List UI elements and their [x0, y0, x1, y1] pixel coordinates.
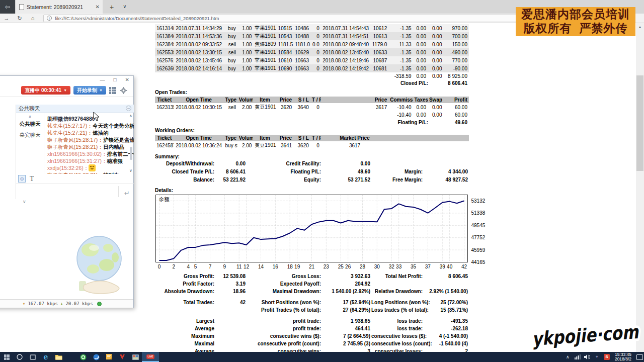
- table-cell: 1613846: [155, 32, 174, 40]
- hidden-icons-chevron-icon[interactable]: ∧: [565, 354, 571, 359]
- table-cell: Market Price: [321, 135, 388, 141]
- input-indicator-icon[interactable]: +: [594, 354, 600, 359]
- browser-tab[interactable]: Statement: 2089020921 ✕: [16, 0, 103, 14]
- tab-preview-back-icon[interactable]: ⇦: [0, 0, 15, 14]
- start-record-button[interactable]: 开始录制▼: [73, 86, 106, 95]
- open-totals-row: -10.400.000.0060.00: [155, 111, 469, 118]
- page-scrollbar[interactable]: ▲: [636, 23, 644, 352]
- message-text: 特别牛: [103, 172, 119, 174]
- message-author: 韩先生(15:27:21)：: [47, 130, 93, 136]
- tab-close-icon[interactable]: ✕: [96, 4, 100, 10]
- table-cell: 2.00: [237, 103, 254, 111]
- live-streaming-app-icon[interactable]: LIVE: [142, 352, 159, 362]
- misc-app-icon[interactable]: [129, 352, 142, 362]
- edge-icon[interactable]: e: [39, 352, 52, 362]
- table-cell: Price: [277, 97, 294, 103]
- sidebar-item-public-chat[interactable]: 公共聊天: [16, 120, 44, 128]
- task-view-icon[interactable]: [26, 352, 39, 362]
- tab-list-chevron-icon[interactable]: ∨: [120, 2, 130, 12]
- table-cell: 10610: [277, 56, 294, 64]
- grid-panel-icon[interactable]: [109, 87, 117, 94]
- gear-icon[interactable]: [120, 87, 127, 94]
- table-cell: -1.35: [388, 48, 413, 56]
- scrollbar-thumb[interactable]: [636, 75, 643, 171]
- new-tab-button[interactable]: +: [107, 2, 117, 12]
- table-cell: -1.35: [388, 24, 413, 32]
- minimize-icon[interactable]: —: [100, 77, 105, 82]
- table-cell: [321, 72, 371, 79]
- working-orders-table: TicketOpen TimeTypeVolumeItemPriceS / LT…: [155, 135, 469, 149]
- download-speed: 20.07 kbps: [65, 301, 93, 306]
- table-cell: 10584: [277, 48, 294, 56]
- font-icon[interactable]: T: [30, 175, 34, 183]
- table-cell: 60.00: [443, 103, 469, 111]
- table-cell: 10612: [371, 24, 389, 32]
- scroll-down-icon[interactable]: ∨: [128, 168, 134, 173]
- scroll-up-icon[interactable]: ∧: [128, 114, 134, 118]
- public-chat-panel: 公共聊天 – ∧ 公共聊天 嘉宾聊天 助理微信692764880韩先生(15:2…: [16, 105, 134, 199]
- collapse-icon[interactable]: –: [126, 106, 131, 111]
- volume-icon[interactable]: [584, 354, 590, 359]
- svg-text:12: 12: [244, 264, 250, 269]
- table-cell: 10690: [277, 64, 294, 72]
- chat-message: 韩先生(15:27:17)：今天这个走势分析下吧: [47, 122, 128, 129]
- emoji-picker-icon[interactable]: ☺: [18, 175, 26, 183]
- start-button[interactable]: [0, 352, 13, 362]
- scrollbar-thumb[interactable]: [130, 147, 132, 160]
- green-app-icon[interactable]: [76, 352, 90, 362]
- refresh-icon[interactable]: ↻: [13, 15, 26, 22]
- table-cell: 2018.07.31 14:54:51: [321, 32, 371, 40]
- message-input[interactable]: ↵: [16, 184, 134, 199]
- table-cell: 2018.08.02 14:19:46: [321, 56, 371, 64]
- message-list: 助理微信692764880韩先生(15:27:17)：今天这个走势分析下吧韩先生…: [44, 113, 134, 174]
- taskbar-clock[interactable]: 15:33:45 2018/8/2: [613, 352, 633, 361]
- scroll-up-icon[interactable]: ▲: [636, 25, 644, 29]
- svg-text:ykpojie·com: ykpojie·com: [531, 321, 640, 350]
- table-cell: -10.40: [388, 103, 413, 111]
- action-center-icon[interactable]: [636, 354, 643, 360]
- table-cell: 1624587: [155, 141, 174, 149]
- closed-totals-row: -318.590.000.008 925.00: [155, 72, 469, 79]
- blue-browser-icon[interactable]: [90, 352, 103, 362]
- live-status-button[interactable]: 直播中 00:30:41▼: [21, 86, 70, 95]
- download-arrow-icon: ↓: [60, 301, 63, 306]
- maximize-icon[interactable]: □: [114, 77, 117, 82]
- chevron-down-icon[interactable]: ∨: [23, 199, 26, 204]
- svg-text:32: 32: [389, 264, 395, 269]
- send-icon[interactable]: ↵: [124, 190, 130, 197]
- summary-heading: Summary:: [155, 154, 180, 161]
- table-cell: [310, 111, 321, 118]
- home-icon[interactable]: ⌂: [26, 15, 39, 21]
- table-cell: Open Time: [174, 135, 224, 141]
- closed-trade-row: 16131482018.07.31 14:34:29buy1.00苹果19011…: [155, 24, 469, 32]
- table-cell: 0: [310, 56, 321, 64]
- table-cell: -490.00: [443, 48, 469, 56]
- table-cell: 苹果1901: [253, 32, 276, 40]
- cortana-search-icon[interactable]: [13, 352, 26, 362]
- table-cell: 0.00: [428, 64, 444, 72]
- table-cell: 1.00: [237, 56, 254, 64]
- chat-titlebar[interactable]: — □ ✕: [0, 76, 133, 84]
- statistics-grid: Gross Profit:12 539.08Gross Loss:3 932.6…: [155, 274, 469, 356]
- network-icon[interactable]: [575, 354, 581, 359]
- sticky-notes-icon[interactable]: [103, 352, 116, 362]
- red-app-icon[interactable]: [116, 352, 129, 362]
- table-cell: 2018.08.02 13:45:40: [321, 48, 371, 56]
- table-cell: 0.00: [413, 103, 428, 111]
- table-cell: 1625761: [155, 56, 174, 64]
- chevron-up-icon[interactable]: ∧: [16, 113, 44, 120]
- table-cell: 10663: [293, 64, 310, 72]
- table-cell: 2018.08.02 13:30:15: [174, 48, 224, 56]
- table-cell: 1613148: [155, 24, 174, 32]
- sogou-input-icon[interactable]: S: [604, 354, 610, 360]
- svg-text:49545: 49545: [471, 223, 486, 228]
- closed-pl-label: Closed P/L:: [155, 80, 430, 88]
- chat-scrollbar[interactable]: ∧ ∨: [128, 113, 134, 174]
- input-toolbar: ☺ T: [16, 174, 134, 184]
- info-icon[interactable]: i: [47, 16, 52, 21]
- svg-text:14: 14: [258, 264, 264, 269]
- file-explorer-icon[interactable]: [52, 352, 65, 362]
- close-icon[interactable]: ✕: [125, 77, 129, 82]
- forward-icon[interactable]: →: [0, 15, 13, 21]
- sidebar-item-guest-chat[interactable]: 嘉宾聊天: [16, 131, 44, 139]
